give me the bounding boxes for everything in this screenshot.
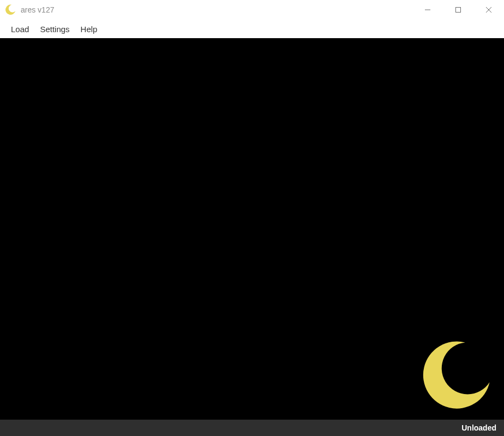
svg-rect-1	[456, 8, 461, 13]
emulator-viewport	[0, 38, 504, 420]
titlebar: ares v127	[0, 0, 504, 20]
window-controls	[412, 0, 504, 20]
menu-help[interactable]: Help	[75, 21, 103, 37]
window-title: ares v127	[21, 5, 54, 14]
statusbar: Unloaded	[0, 420, 504, 436]
logo-moon-icon	[418, 338, 494, 414]
menu-settings[interactable]: Settings	[34, 21, 75, 37]
status-text: Unloaded	[461, 423, 496, 432]
minimize-button[interactable]	[412, 0, 443, 20]
close-button[interactable]	[473, 0, 504, 20]
app-moon-icon	[4, 4, 16, 16]
maximize-button[interactable]	[443, 0, 473, 20]
menu-load[interactable]: Load	[5, 21, 34, 37]
menubar: Load Settings Help	[0, 20, 504, 38]
